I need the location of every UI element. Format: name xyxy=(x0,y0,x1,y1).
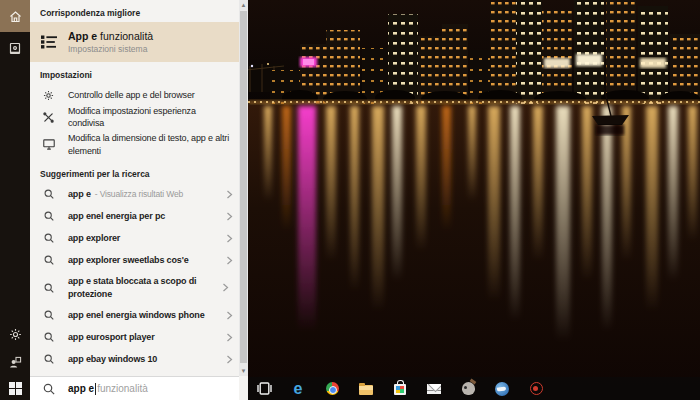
chevron-right-icon[interactable] xyxy=(226,355,233,364)
rail-spacer xyxy=(0,64,30,320)
collection-tab[interactable] xyxy=(0,32,30,64)
suggestion-item[interactable]: app e stata bloccata a scopo di protezio… xyxy=(30,271,239,304)
suggestion-text: app enel energia windows phone xyxy=(68,309,222,321)
search-typed-text: app e xyxy=(68,383,94,394)
text-caret xyxy=(95,383,96,395)
chevron-right-icon[interactable] xyxy=(226,234,233,243)
gear-icon xyxy=(40,90,57,101)
search-icon xyxy=(40,283,57,293)
account-icon xyxy=(9,356,22,369)
account-button[interactable] xyxy=(0,348,30,376)
suggestion-item[interactable]: app explorer sweetlabs cos'e xyxy=(30,249,239,271)
search-icon xyxy=(40,354,57,364)
shared-experience-icon xyxy=(40,112,57,123)
suggestion-web-results[interactable]: app e- Visualizza risultati Web xyxy=(30,183,239,205)
suggestion-item[interactable]: app enel energia windows phone xyxy=(30,304,239,326)
display-icon xyxy=(40,139,57,150)
desktop: e xyxy=(0,0,700,400)
scrollbar-thumb[interactable] xyxy=(240,11,247,363)
search-icon xyxy=(40,211,57,221)
gimp-icon[interactable] xyxy=(460,381,476,397)
scrollbar-down-arrow-icon[interactable]: ▼ xyxy=(239,366,248,376)
chevron-right-icon[interactable] xyxy=(226,212,233,221)
best-match-title: App e funzionalità xyxy=(68,30,233,43)
home-icon xyxy=(9,10,22,23)
search-icon xyxy=(40,310,57,320)
best-match-result[interactable]: App e funzionalità Impostazioni sistema xyxy=(30,22,239,62)
search-suggestions-header: Suggerimenti per la ricerca xyxy=(30,164,239,183)
scrollbar-up-arrow-icon[interactable]: ▲ xyxy=(239,0,248,10)
chevron-right-icon[interactable] xyxy=(222,283,229,292)
suggestion-text: app e stata bloccata a scopo di protezio… xyxy=(68,275,218,299)
gear-icon xyxy=(9,328,22,341)
suggestion-text: app explorer sweetlabs cos'e xyxy=(68,254,222,266)
settings-header: Impostazioni xyxy=(30,65,239,84)
search-icon xyxy=(40,189,57,199)
setting-item-shared-experience[interactable]: Modifica impostazioni esperienza condivi… xyxy=(30,106,239,128)
setting-item-label: Modifica impostazioni esperienza condivi… xyxy=(68,105,233,129)
panel-scrollbar[interactable]: ▲ ▼ xyxy=(239,0,248,376)
collection-icon xyxy=(9,42,21,55)
search-icon xyxy=(40,233,57,243)
home-tab[interactable] xyxy=(0,0,30,32)
search-icon xyxy=(40,383,57,395)
search-results-panel: Corrispondenza migliore App e funzionali… xyxy=(30,0,248,400)
search-icon xyxy=(40,332,57,342)
suggestion-item[interactable]: app eurosport player xyxy=(30,326,239,348)
search-flyout-rail xyxy=(0,0,30,400)
suggestion-text: app eurosport player xyxy=(68,331,222,343)
settings-button[interactable] xyxy=(0,320,30,348)
suggestion-item[interactable]: app ebay windows 10 xyxy=(30,348,239,370)
setting-item-label: Modifica la dimensione di testo, app e a… xyxy=(68,132,233,156)
store-icon[interactable] xyxy=(392,381,408,397)
task-view-icon[interactable] xyxy=(256,381,272,397)
suggestion-text: app ebay windows 10 xyxy=(68,353,222,365)
suggestion-text: app explorer xyxy=(68,232,222,244)
search-icon xyxy=(40,255,57,265)
search-flyout: Corrispondenza migliore App e funzionali… xyxy=(0,0,248,400)
setting-item-app-browser-control[interactable]: Controllo delle app e del browser xyxy=(30,84,239,106)
file-explorer-icon[interactable] xyxy=(358,381,374,397)
chevron-right-icon[interactable] xyxy=(226,311,233,320)
suggestion-item[interactable]: app explorer xyxy=(30,227,239,249)
chevron-right-icon[interactable] xyxy=(226,333,233,342)
edge-icon[interactable]: e xyxy=(290,381,306,397)
setting-item-label: Controllo delle app e del browser xyxy=(68,89,233,101)
best-match-subtitle: Impostazioni sistema xyxy=(68,44,233,54)
suggestion-text: app e- Visualizza risultati Web xyxy=(68,188,222,200)
red-app-icon[interactable] xyxy=(528,381,544,397)
chevron-right-icon[interactable] xyxy=(226,190,233,199)
thunderbird-icon[interactable] xyxy=(494,381,510,397)
suggestion-item[interactable]: app enel energia per pc xyxy=(30,205,239,227)
best-match-header: Corrispondenza migliore xyxy=(30,3,239,22)
mail-icon[interactable] xyxy=(426,381,442,397)
windows-start-icon xyxy=(9,382,22,395)
chevron-right-icon[interactable] xyxy=(226,256,233,265)
apps-features-icon xyxy=(40,35,57,49)
suggestion-text: app enel energia per pc xyxy=(68,210,222,222)
setting-item-text-size[interactable]: Modifica la dimensione di testo, app e a… xyxy=(30,128,239,161)
search-input[interactable]: app e funzionalità xyxy=(30,376,239,400)
start-button[interactable] xyxy=(0,376,30,400)
search-inline-completion: funzionalità xyxy=(97,383,148,394)
chrome-icon[interactable] xyxy=(324,381,340,397)
